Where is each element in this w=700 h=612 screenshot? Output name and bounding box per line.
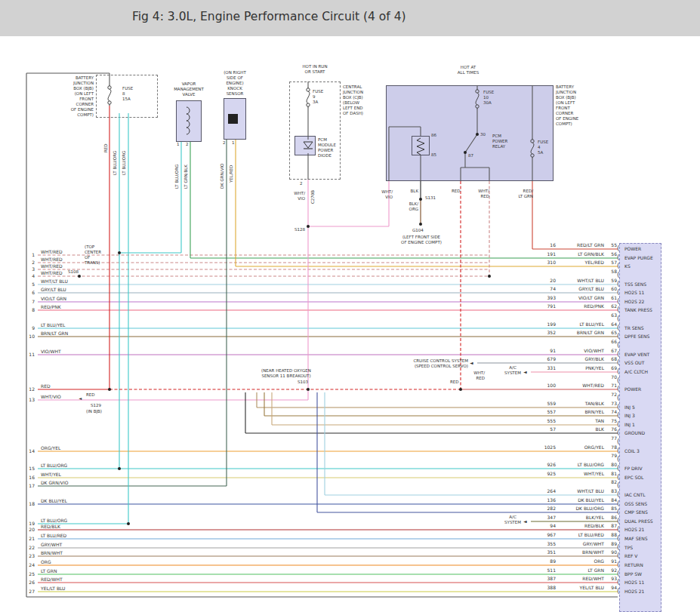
pcm-circuit-number: 282: [527, 506, 556, 512]
left-wire-label: BRN/LT GRN: [41, 331, 68, 337]
junction-dot: [78, 275, 81, 278]
pcm-pin-number: 68: [606, 356, 617, 362]
pcm-pin-number: 67: [606, 348, 617, 354]
pcm-pin-bracket: (: [617, 561, 620, 568]
vertical-wire-label: LT BLU/ORG: [174, 165, 180, 189]
pcm-pin-bracket: (: [617, 404, 620, 411]
pcm-pin-number: 71: [606, 383, 617, 389]
knock-pin-1: 1: [232, 140, 235, 146]
pcm-circuit-number: 94: [527, 523, 556, 529]
pcm-wire-color: LT BLU/RED: [559, 532, 604, 538]
pcm-wire-color: ORG/YEL: [559, 444, 604, 451]
left-row-number: 17: [27, 483, 35, 489]
pcm-pin-bracket: (: [617, 342, 620, 349]
pcm-circuit-number: 91: [527, 348, 556, 354]
diode-label: PCM MODULE POWER DIODE: [318, 137, 336, 158]
splice-s108: S108: [68, 269, 79, 275]
pcm-pin-function: IAC CNTL: [624, 492, 646, 498]
left-wire-label: WHT/RED: [41, 263, 63, 269]
pcm-pin-bracket: (: [617, 298, 620, 305]
left-wire-label: BRN/WHT: [41, 550, 63, 556]
pcm-pin-number: 63: [606, 312, 617, 318]
relay-pin-87: 87: [468, 153, 473, 158]
pcm-circuit-number: 557: [527, 409, 556, 415]
pcm-pin-number: 65: [606, 330, 617, 336]
pcm-wire-color: BRN/LT GRN: [559, 330, 604, 336]
left-row-number: 3: [27, 266, 35, 272]
left-wire-label: WHT/LT BLU: [41, 278, 68, 284]
junction-dot: [118, 467, 121, 470]
pcm-pin-number: 74: [606, 409, 617, 415]
hot-in-run-label: HOT IN RUN OR START: [288, 64, 342, 75]
pcm-pin-bracket: (: [617, 421, 620, 428]
blk-label: BLK: [405, 189, 418, 194]
splice-s103: S103: [298, 380, 308, 385]
pcm-pin-function: HO2S 21: [624, 527, 644, 533]
pcm-pin-function: INJ 5: [624, 404, 635, 411]
left-wire-label: ORG: [41, 559, 51, 565]
left-row-number: 22: [27, 545, 35, 551]
fuse10-label: FUSE 10 30A: [483, 90, 494, 106]
pcm-pin-bracket: (: [617, 579, 620, 586]
pcm-pin-number: 57: [606, 260, 617, 266]
pcm-circuit-number: 555: [527, 418, 556, 424]
pcm-pin-number: 72: [606, 392, 617, 398]
pcm-pin-number: 90: [606, 549, 617, 555]
pcm-circuit-number: 264: [527, 488, 556, 494]
pcm-wire-color: YEL/LT BLU: [559, 585, 604, 591]
pcm-wire-color: LT GRN/BLK: [559, 251, 604, 257]
junction-dot: [307, 388, 310, 391]
pcm-wire-color: WHT/LT BLU: [559, 488, 604, 494]
left-wire-label: WHT/RED: [41, 270, 63, 276]
pcm-pin-function: TPS: [624, 545, 633, 551]
pcm-wire-color: RED/LT GRN: [559, 242, 604, 248]
left-wire-label: WHT/YEL: [41, 472, 61, 478]
pcm-circuit-number: 310: [527, 260, 556, 266]
pcm-circuit-number: 925: [527, 471, 556, 477]
page-title: Fig 4: 3.0L, Engine Performance Circuit …: [132, 10, 406, 23]
pcm-pin-number: 77: [606, 435, 617, 441]
pcm-pin-number: 82: [606, 479, 617, 485]
pcm-wire-color: RED/BLK: [559, 523, 604, 529]
pcm-pin-function: FP DRIV: [624, 466, 643, 472]
pcm-pin-bracket: (: [617, 359, 620, 366]
pcm-pin-bracket: (: [617, 526, 620, 533]
left-wire-label: GRY/WHT: [41, 542, 62, 548]
left-row-number: 13: [27, 397, 35, 403]
pcm-circuit-number: 388: [527, 585, 556, 591]
pcm-wire-color: TAN/BLK: [559, 401, 604, 407]
pcm-circuit-number: 679: [527, 356, 556, 362]
pcm-pin-function: INJ 1: [624, 422, 635, 428]
junction-dot: [419, 198, 422, 201]
left-wire-label: RED/PNK: [41, 304, 61, 310]
pcm-pin-function: REF V: [624, 553, 637, 559]
left-row-number: 27: [27, 589, 35, 595]
pcm-wire-color: WHT/RED: [559, 383, 604, 389]
pcm-pin-function: INJ 3: [624, 413, 635, 419]
pcm-pin-function: TSS SENS: [624, 281, 646, 288]
left-row-number: 4: [27, 273, 35, 279]
wht-vio-label: WHT/ VIO: [288, 191, 305, 201]
pcm-pin-bracket: (: [617, 289, 620, 296]
pcm-circuit-number: 387: [527, 576, 556, 582]
pcm-pin-number: 87: [606, 523, 617, 529]
pcm-pin-bracket: (: [617, 474, 620, 481]
red-label: RED: [452, 189, 461, 194]
left-wire-label: ORG/YEL: [41, 445, 60, 451]
left-wire-label: LT BLU/ORG: [41, 463, 67, 469]
left-row-number: 9: [27, 325, 35, 331]
junction-dot: [108, 388, 111, 391]
wiring-diagram-page: Fig 4: 3.0L, Engine Performance Circuit …: [0, 0, 700, 612]
pcm-pin-number: 73: [606, 401, 617, 407]
left-wire-label: LT BLU/ORG: [41, 518, 67, 524]
off-page-arrow: ◄: [470, 360, 473, 366]
left-wire-label: RED/BLK: [41, 524, 60, 530]
fuse9-label: FUSE 9 3A: [313, 89, 323, 105]
off-page-arrow: ◄: [523, 369, 527, 375]
pcm-pin-bracket: (: [617, 281, 620, 288]
relay-pin-30: 30: [480, 132, 486, 137]
pcm-pin-number: 92: [606, 567, 617, 574]
splice-s131: S131: [425, 195, 436, 201]
pcm-pin-bracket: (: [617, 395, 620, 401]
pcm-pin-bracket: (: [617, 333, 620, 340]
